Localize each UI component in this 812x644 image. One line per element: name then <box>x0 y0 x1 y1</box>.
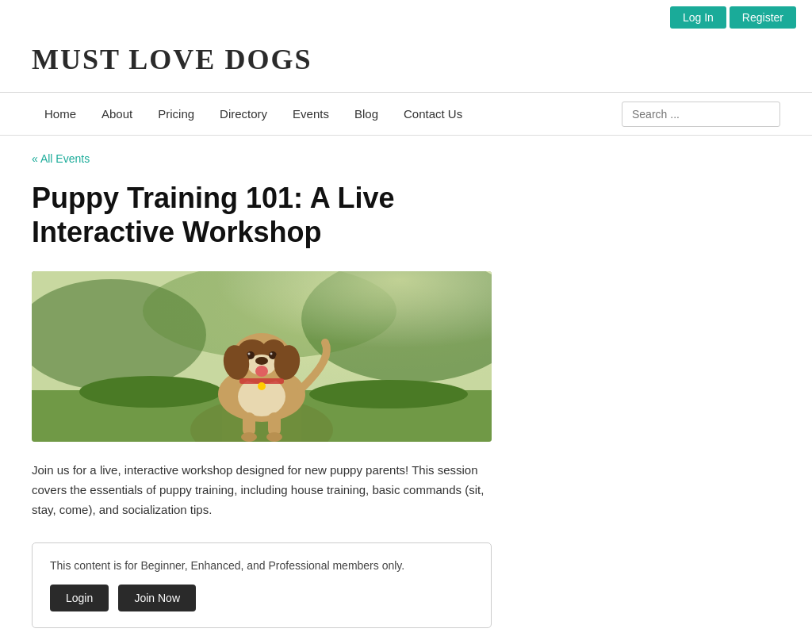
member-notice-text: This content is for Beginner, Enhanced, … <box>50 559 473 572</box>
join-now-button[interactable]: Join Now <box>118 585 196 611</box>
search-input[interactable] <box>622 102 780 127</box>
nav-item-directory[interactable]: Directory <box>207 93 280 135</box>
event-image <box>32 271 492 442</box>
main-nav: Home About Pricing Directory Events Blog… <box>0 92 812 136</box>
login-action-button[interactable]: Login <box>50 585 109 611</box>
nav-item-events[interactable]: Events <box>280 93 342 135</box>
nav-links: Home About Pricing Directory Events Blog… <box>32 93 475 135</box>
event-description: Join us for a live, interactive workshop… <box>32 461 492 519</box>
nav-item-blog[interactable]: Blog <box>342 93 391 135</box>
site-logo[interactable]: MUST LOVE DOGS <box>32 43 780 76</box>
back-to-events-link[interactable]: All Events <box>32 152 90 165</box>
register-button[interactable]: Register <box>730 6 796 29</box>
nav-item-pricing[interactable]: Pricing <box>145 93 207 135</box>
nav-item-home[interactable]: Home <box>32 93 89 135</box>
event-title: Puppy Training 101: A Live Interactive W… <box>32 181 539 249</box>
site-header: MUST LOVE DOGS <box>0 35 812 92</box>
nav-item-about[interactable]: About <box>89 93 145 135</box>
main-content: All Events Puppy Training 101: A Live In… <box>0 136 812 644</box>
top-bar: Log In Register <box>0 0 812 35</box>
nav-item-contact[interactable]: Contact Us <box>391 93 475 135</box>
member-notice-box: This content is for Beginner, Enhanced, … <box>32 542 492 628</box>
login-button[interactable]: Log In <box>670 6 726 29</box>
svg-rect-30 <box>32 271 492 442</box>
nav-search <box>622 102 780 127</box>
